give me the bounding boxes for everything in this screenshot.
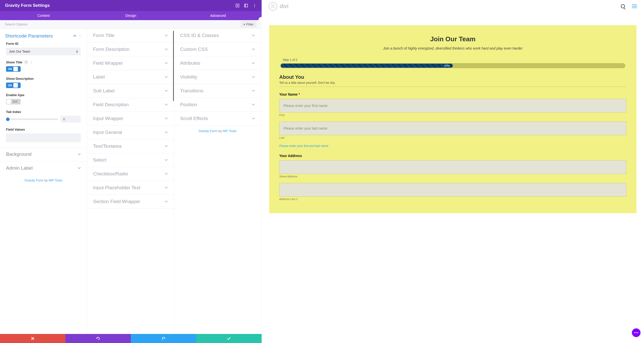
progress-percent: 50% — [444, 64, 450, 67]
tab-index-value[interactable] — [61, 116, 81, 123]
section-background[interactable]: Background — [0, 147, 87, 161]
option-menu-icon[interactable]: ⋮ — [30, 61, 32, 64]
svg-point-6 — [637, 332, 638, 333]
input-last-name[interactable] — [279, 122, 626, 135]
chevron-down-icon — [165, 34, 168, 36]
form-id-select[interactable]: Join Our Team — [6, 48, 81, 55]
acc-checkbox-radio[interactable]: Checkbox/Radio — [87, 167, 174, 181]
acc-select[interactable]: Select — [87, 153, 174, 167]
acc-visibility[interactable]: Visibility — [174, 70, 261, 84]
chevron-down-icon — [78, 167, 81, 169]
section-title: About You — [279, 74, 626, 80]
toggle-show-title[interactable]: ON — [6, 66, 21, 72]
divi-logo[interactable]: D divi — [269, 2, 289, 11]
acc-text-textarea[interactable]: Text/Textarea — [87, 139, 174, 153]
credit-link-gf[interactable]: Gravity Form — [198, 129, 217, 133]
chevron-down-icon — [165, 173, 168, 175]
undo-button[interactable] — [65, 334, 131, 343]
panel-title: Gravity Form Settings — [5, 3, 50, 8]
menu-toggle-icon[interactable] — [632, 5, 637, 8]
sublabel-last: Last — [279, 136, 626, 139]
credit-line: Gravity Form by WP Tools — [174, 126, 261, 136]
chevron-down-icon — [165, 201, 168, 203]
label-form-id: Form ID — [6, 42, 18, 46]
name-help-text: Please enter your first and last name — [279, 144, 626, 148]
acc-input-wrapper[interactable]: Input Wrapper — [87, 112, 174, 126]
acc-field-wrapper[interactable]: Field Wrapper — [87, 56, 174, 70]
builder-fab[interactable] — [632, 328, 640, 337]
kebab-icon[interactable]: ⋮ — [253, 4, 257, 8]
acc-form-description[interactable]: Form Description — [87, 43, 174, 56]
tab-content[interactable]: Content — [0, 11, 87, 20]
filter-button[interactable]: + Filter — [240, 21, 257, 28]
chevron-down-icon — [165, 145, 168, 147]
section-options-icon[interactable]: ⋮ — [78, 34, 82, 38]
help-icon[interactable]: ? — [24, 61, 28, 64]
field-values-input[interactable] — [6, 133, 81, 142]
acc-field-description[interactable]: Field Description — [87, 98, 174, 112]
tab-advanced[interactable]: Advanced — [174, 11, 262, 20]
cancel-button[interactable] — [0, 334, 65, 343]
search-icon[interactable] — [621, 4, 625, 8]
chevron-down-icon — [165, 159, 168, 161]
acc-transitions[interactable]: Transitions — [174, 84, 261, 98]
form-title: Join Our Team — [279, 35, 626, 43]
credit-line: Gravity Form by WP Tools — [0, 175, 87, 186]
chevron-down-icon — [165, 76, 168, 78]
scrollbar-indicator[interactable] — [173, 31, 174, 101]
step-indicator: Step 1 of 2 — [283, 58, 626, 62]
chevron-down-icon — [252, 34, 255, 36]
acc-attributes[interactable]: Attributes — [174, 56, 261, 70]
svg-point-4 — [634, 332, 635, 333]
section-admin-label[interactable]: Admin Label — [0, 161, 87, 175]
chevron-down-icon — [165, 187, 168, 189]
acc-input-general[interactable]: Input General — [87, 126, 174, 139]
viewport-icon[interactable] — [235, 4, 239, 8]
acc-section-field-wrapper[interactable]: Section Field Wrapper — [87, 195, 174, 209]
label-show-title: Show Title — [6, 60, 22, 64]
redo-button[interactable] — [131, 334, 196, 343]
save-button[interactable] — [196, 334, 262, 343]
chevron-down-icon — [165, 118, 168, 120]
chevron-down-icon — [165, 48, 168, 50]
tab-design[interactable]: Design — [87, 11, 175, 20]
collapse-icon[interactable] — [73, 35, 76, 37]
expand-icon[interactable] — [244, 4, 248, 8]
credit-link-wpt[interactable]: WP Tools — [223, 129, 236, 133]
acc-label[interactable]: Label — [87, 70, 174, 84]
input-first-name[interactable] — [279, 99, 626, 112]
section-desc: Tell us a little about yourself. Don't b… — [279, 81, 626, 85]
form-subtitle: Join a bunch of highly energized, divers… — [279, 46, 626, 51]
svg-point-1 — [237, 5, 238, 6]
label-field-values: Field Values — [6, 128, 25, 131]
acc-css-id-classes[interactable]: CSS ID & Classes — [174, 29, 261, 43]
acc-input-placeholder[interactable]: Input Placeholder Text — [87, 181, 174, 195]
label-your-address: Your Address — [279, 154, 626, 158]
input-address-line2[interactable] — [279, 183, 626, 197]
chevron-down-icon — [252, 90, 255, 92]
chevron-down-icon — [165, 90, 168, 92]
acc-scroll-effects[interactable]: Scroll Effects — [174, 112, 261, 126]
input-street-address[interactable] — [279, 160, 626, 174]
chevron-down-icon — [252, 48, 255, 50]
acc-sub-label[interactable]: Sub Label — [87, 84, 174, 98]
chevron-down-icon — [252, 104, 255, 106]
acc-form-title[interactable]: Form Title — [87, 29, 174, 43]
credit-link-gf[interactable]: Gravity Form — [24, 178, 43, 182]
label-show-description: Show Description — [6, 77, 34, 81]
search-input[interactable] — [5, 22, 240, 26]
chevron-down-icon — [252, 62, 255, 64]
toggle-enable-ajax[interactable]: OFF — [6, 99, 21, 104]
chevron-down-icon — [165, 62, 168, 64]
acc-custom-css[interactable]: Custom CSS — [174, 43, 261, 56]
chevron-down-icon — [165, 131, 168, 133]
credit-link-wpt[interactable]: WP Tools — [49, 178, 62, 182]
section-shortcode-params[interactable]: Shortcode Parameters — [5, 33, 53, 39]
svg-point-5 — [636, 332, 637, 333]
svg-rect-3 — [245, 4, 246, 7]
toggle-show-description[interactable]: ON — [6, 83, 21, 88]
sublabel-first: First — [279, 113, 626, 117]
tab-index-slider[interactable] — [6, 119, 58, 120]
acc-position[interactable]: Position — [174, 98, 261, 112]
svg-rect-2 — [245, 4, 248, 7]
